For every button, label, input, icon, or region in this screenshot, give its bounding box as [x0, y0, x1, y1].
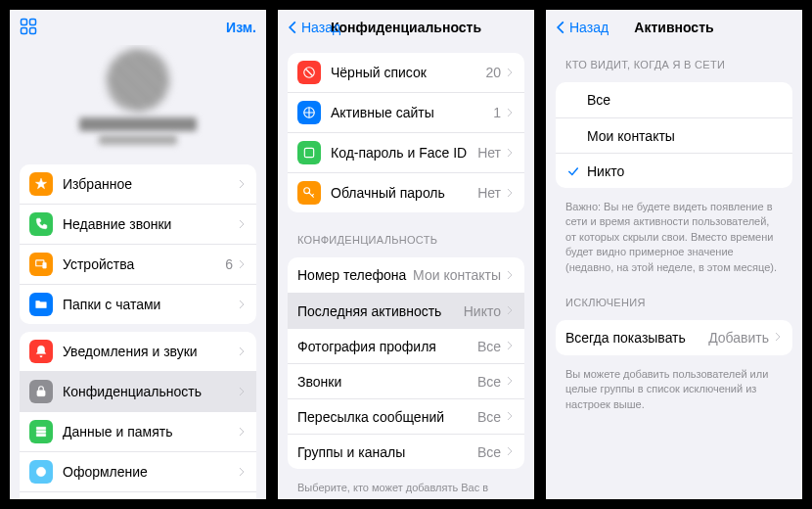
- row-value: Все: [477, 339, 501, 354]
- list-item[interactable]: Оформление: [20, 451, 256, 491]
- row-label: Фотография профиля: [297, 339, 477, 354]
- list-item[interactable]: Конфиденциальность: [20, 371, 256, 411]
- back-label: Назад: [301, 20, 340, 35]
- chevron-right-icon: [505, 303, 515, 318]
- row-label: Папки с чатами: [63, 297, 237, 312]
- edit-button[interactable]: Изм.: [226, 20, 256, 35]
- row-value: Все: [477, 444, 501, 460]
- chevron-right-icon: [237, 298, 247, 312]
- row-value: Нет: [477, 145, 501, 161]
- row-value: 1: [493, 105, 501, 120]
- list-item[interactable]: Недавние звонки: [20, 204, 256, 244]
- svg-rect-3: [30, 27, 36, 33]
- back-button[interactable]: Назад: [286, 20, 340, 35]
- profile-block: [10, 45, 266, 157]
- option-label: Все: [587, 92, 783, 108]
- chevron-right-icon: [505, 444, 515, 459]
- list-item[interactable]: Группы и каналыВсе: [288, 434, 524, 469]
- row-value: 20: [485, 65, 501, 80]
- key-icon: [297, 181, 321, 205]
- list-item[interactable]: Избранное: [20, 164, 256, 204]
- chevron-right-icon: [237, 465, 247, 480]
- list-item[interactable]: Данные и память: [20, 411, 256, 451]
- svg-rect-5: [43, 262, 47, 268]
- whosees-footer: Важно: Вы не будете видеть появление в с…: [546, 196, 802, 283]
- list-item[interactable]: Всегда показыватьДобавить: [556, 320, 792, 355]
- devices-icon: [29, 253, 53, 276]
- row-label: Чёрный список: [331, 65, 485, 80]
- chevron-right-icon: [237, 385, 247, 399]
- privacy-section-header: КОНФИДЕНЦИАЛЬНОСТЬ: [278, 220, 534, 250]
- row-label: Облачный пароль: [331, 185, 477, 201]
- svg-line-13: [306, 69, 313, 76]
- list-item[interactable]: Последняя активностьНикто: [288, 293, 524, 328]
- row-label: Недавние звонки: [63, 216, 237, 232]
- list-item[interactable]: ЗвонкиВсе: [288, 363, 524, 398]
- avatar: [107, 49, 169, 112]
- list-item[interactable]: Фотография профиляВсе: [288, 328, 524, 363]
- row-value: Добавить: [708, 330, 769, 346]
- privacy-section-footer: Выберите, кто может добавлять Вас в груп…: [278, 477, 534, 499]
- row-label: Группы и каналы: [297, 444, 477, 460]
- list-item[interactable]: Активные сайты1: [288, 92, 524, 132]
- row-label: Звонки: [297, 374, 477, 390]
- option-row[interactable]: Никто: [556, 153, 792, 188]
- svg-rect-15: [304, 148, 313, 157]
- row-label: Избранное: [63, 176, 237, 192]
- option-label: Никто: [587, 163, 783, 179]
- svg-rect-1: [30, 19, 36, 24]
- brush-icon: [29, 460, 53, 484]
- list-item[interactable]: Номер телефонаМои контакты: [288, 257, 524, 293]
- option-row[interactable]: Мои контакты: [556, 117, 792, 153]
- whosees-header: КТО ВИДИТ, КОГДА Я В СЕТИ: [546, 45, 802, 74]
- row-value: Никто: [464, 303, 501, 319]
- data-icon: [29, 420, 53, 443]
- row-label: Устройства: [63, 256, 225, 272]
- lock-icon: [29, 380, 53, 403]
- pane2-header: Назад Конфиденциальность: [278, 10, 534, 45]
- row-value: Нет: [477, 185, 501, 201]
- option-row[interactable]: Все: [556, 82, 792, 117]
- chevron-right-icon: [505, 409, 515, 424]
- settings-pane: Изм. ИзбранноеНедавние звонкиУстройства6…: [10, 10, 266, 499]
- checkmark-icon: [565, 164, 581, 178]
- list-item[interactable]: Устройства6: [20, 244, 256, 284]
- row-label: Уведомления и звуки: [63, 344, 237, 359]
- pane3-title: Активность: [634, 20, 713, 35]
- chevron-right-icon: [237, 425, 247, 440]
- faceid-icon: [297, 141, 321, 164]
- pane3-header: Назад Активность: [546, 10, 802, 45]
- back-button[interactable]: Назад: [554, 20, 609, 35]
- svg-rect-2: [22, 27, 27, 33]
- row-label: Код-пароль и Face ID: [331, 145, 477, 161]
- folder-icon: [29, 293, 53, 316]
- row-value: 6: [225, 256, 233, 272]
- list-item[interactable]: Пересылка сообщенийВсе: [288, 398, 524, 434]
- activity-pane: Назад Активность КТО ВИДИТ, КОГДА Я В СЕ…: [546, 10, 802, 499]
- row-label: Оформление: [63, 464, 237, 480]
- row-label: Данные и память: [63, 424, 237, 440]
- star-icon: [29, 172, 53, 196]
- chevron-right-icon: [237, 345, 247, 359]
- block-icon: [297, 61, 321, 84]
- chevron-right-icon: [237, 257, 247, 272]
- chevron-right-icon: [237, 177, 247, 192]
- svg-rect-0: [22, 19, 27, 24]
- row-label: Последняя активность: [297, 303, 464, 319]
- list-item[interactable]: ЯзыкРусский: [20, 491, 256, 499]
- row-label: Конфиденциальность: [63, 384, 237, 399]
- list-item[interactable]: Уведомления и звуки: [20, 332, 256, 371]
- chevron-right-icon: [505, 374, 515, 389]
- list-item[interactable]: Чёрный список20: [288, 53, 524, 92]
- list-item[interactable]: Облачный парольНет: [288, 172, 524, 212]
- row-label: Всегда показывать: [565, 330, 708, 346]
- chevron-right-icon: [773, 330, 783, 345]
- profile-subtitle: [99, 135, 177, 145]
- qr-icon[interactable]: [20, 18, 37, 38]
- list-item[interactable]: Код-пароль и Face IDНет: [288, 132, 524, 172]
- row-label: Пересылка сообщений: [297, 409, 477, 425]
- exceptions-footer: Вы можете добавить пользователей или цел…: [546, 363, 802, 420]
- list-item[interactable]: Папки с чатами: [20, 284, 256, 324]
- settings-group: ИзбранноеНедавние звонкиУстройства6Папки…: [20, 164, 256, 324]
- privacy-pane: Назад Конфиденциальность Чёрный список20…: [278, 10, 534, 499]
